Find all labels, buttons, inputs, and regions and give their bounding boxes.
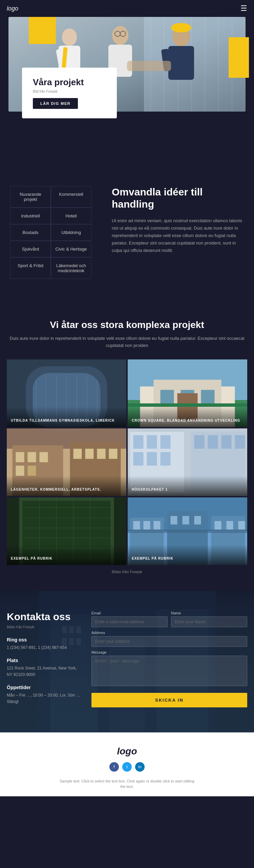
name-label: Name — [171, 611, 247, 615]
form-row-2: Address — [91, 631, 247, 647]
menu-icon[interactable]: ☰ — [240, 4, 247, 13]
svg-rect-50 — [28, 466, 36, 476]
header: logo ☰ — [0, 0, 254, 17]
svg-rect-52 — [85, 449, 94, 459]
projects-grid: UTBILDA TILLSAMMANS GYMNASIESKOLA, LIMER… — [7, 359, 247, 565]
phone-heading: Ring oss — [7, 637, 81, 642]
service-item-5[interactable]: Utbildning — [51, 224, 91, 241]
contact-section: Kontakta oss Bilder från Freepik Ring os… — [0, 591, 254, 732]
service-item-6[interactable]: Sjukvård — [10, 241, 51, 257]
svg-rect-96 — [128, 530, 247, 533]
svg-rect-90 — [171, 516, 177, 524]
freepik-credit: Bilder från Freepik — [7, 570, 247, 574]
services-section: Nuvarande projektKommersiellIndustriellH… — [0, 159, 254, 299]
svg-rect-94 — [227, 521, 233, 530]
hero-title: Våra projekt — [33, 77, 106, 88]
svg-rect-53 — [97, 449, 106, 459]
contact-address-block: Plats 121 Rock Sreet, 21 Avenue, New Yor… — [7, 658, 81, 678]
project-label: EXEMPEL PÅ RUBRIK — [7, 545, 126, 565]
project-label: LÄGENHETER, KOMMERSIELL, ARBETSPLATS. — [7, 476, 126, 496]
project-card-2[interactable]: LÄGENHETER, KOMMERSIELL, ARBETSPLATS. — [7, 428, 126, 496]
project-label: EXEMPEL PÅ RUBRIK — [128, 545, 247, 565]
project-label-text: EXEMPEL PÅ RUBRIK — [11, 557, 52, 560]
form-row-1: Email Name — [91, 611, 247, 627]
project-label-text: UTBILDA TILLSAMMANS GYMNASIESKOLA, LIMER… — [11, 419, 115, 422]
svg-rect-91 — [183, 516, 189, 524]
name-field-group: Name — [171, 611, 247, 627]
email-input[interactable] — [91, 616, 168, 627]
svg-rect-88 — [144, 521, 150, 530]
project-card-1[interactable]: CROWN SQUARE, BLANDAD ANVÄNDNING UTVECKL… — [128, 359, 247, 427]
service-item-7[interactable]: Civic & Heritage — [51, 241, 91, 257]
name-input[interactable] — [171, 616, 247, 627]
hours-text: Mån – Fre …, 10:00 – 20:00, Lor, Sön … S… — [7, 692, 81, 705]
svg-rect-95 — [238, 521, 245, 530]
submit-button[interactable]: SKICKA IN — [91, 693, 247, 707]
project-label-text: CROWN SQUARE, BLANDAD ANVÄNDNING UTVECKL… — [132, 419, 240, 422]
service-item-8[interactable]: Sport & Fritid — [10, 257, 51, 279]
svg-rect-51 — [73, 449, 82, 459]
hero-credit: Bild från Freepik — [33, 90, 106, 93]
message-field-group: Message — [91, 650, 247, 686]
service-item-0[interactable]: Nuvarande projekt — [10, 186, 51, 208]
service-item-1[interactable]: Kommersiell — [51, 186, 91, 208]
project-card-0[interactable]: UTBILDA TILLSAMMANS GYMNASIESKOLA, LIMER… — [7, 359, 126, 427]
hero-cta-button[interactable]: LÄR DIG MER — [33, 98, 78, 109]
contact-left: Kontakta oss Bilder från Freepik Ring os… — [7, 611, 81, 712]
hours-heading: Öppettider — [7, 685, 81, 690]
address-input[interactable] — [91, 636, 247, 647]
svg-rect-62 — [133, 452, 144, 466]
contact-phone-block: Ring oss 1 (234) 567-891, 1 (234) 987-65… — [7, 637, 81, 651]
project-card-4[interactable]: EXEMPEL PÅ RUBRIK — [7, 497, 126, 565]
project-label: CROWN SQUARE, BLANDAD ANVÄNDNING UTVECKL… — [128, 407, 247, 427]
svg-rect-46 — [16, 452, 24, 462]
project-card-3[interactable]: HÖGSKOLPAKET 1 — [128, 428, 247, 496]
project-card-5[interactable]: EXEMPEL PÅ RUBRIK — [128, 497, 247, 565]
form-row-3: Message — [91, 650, 247, 686]
svg-rect-59 — [133, 435, 144, 449]
svg-rect-66 — [208, 435, 218, 449]
facebook-icon[interactable]: f — [109, 762, 119, 772]
project-label: HÖGSKOLPAKET 1 — [128, 476, 247, 496]
footer-logo: logo — [7, 746, 247, 757]
phone-number: 1 (234) 567-891, 1 (234) 987-654 — [7, 644, 81, 651]
services-content: Omvandla idéer till handling Ut enim ad … — [105, 186, 244, 279]
yellow-accent-top — [29, 17, 56, 44]
email-label: Email — [91, 611, 168, 615]
svg-rect-20 — [168, 46, 194, 80]
projects-heading: Vi åtar oss stora komplexa projekt — [7, 320, 247, 330]
logo: logo — [7, 5, 18, 12]
address-label: Address — [91, 631, 247, 635]
svg-rect-48 — [40, 452, 48, 462]
svg-rect-64 — [161, 452, 171, 466]
projects-section: Vi åtar oss stora komplexa projekt Duis … — [0, 299, 254, 591]
hero-card: Våra projekt Bild från Freepik LÄR DIG M… — [22, 68, 117, 118]
svg-point-14 — [112, 26, 128, 45]
svg-rect-67 — [221, 435, 232, 449]
address-heading: Plats — [7, 658, 81, 663]
message-textarea[interactable] — [91, 656, 247, 686]
project-label-text: LÄGENHETER, KOMMERSIELL, ARBETSPLATS. — [11, 488, 101, 491]
project-label-text: HÖGSKOLPAKET 1 — [132, 488, 168, 491]
service-item-9[interactable]: Läkemedel och medicinteknik — [51, 257, 91, 279]
services-cta-button[interactable]: LÄR DIG MER — [112, 264, 162, 276]
footer-note: Sample text. Click to select the text bo… — [59, 778, 195, 790]
svg-point-19 — [171, 23, 191, 32]
contact-hours-block: Öppettider Mån – Fre …, 10:00 – 20:00, L… — [7, 685, 81, 705]
svg-rect-65 — [194, 435, 205, 449]
svg-point-10 — [62, 28, 77, 46]
svg-rect-41 — [128, 403, 247, 407]
service-item-4[interactable]: Bostads — [10, 224, 51, 241]
projects-subtitle: Duis aute irure dolor in reprehenderit i… — [7, 335, 247, 349]
svg-rect-61 — [161, 435, 171, 449]
social-icons: f t in — [7, 762, 247, 772]
services-grid: Nuvarande projektKommersiellIndustriellH… — [10, 186, 91, 279]
hero-image-container: Våra projekt Bild från Freepik LÄR DIG M… — [8, 17, 246, 112]
svg-rect-93 — [215, 521, 221, 530]
twitter-icon[interactable]: t — [122, 762, 132, 772]
contact-heading: Kontakta oss — [7, 611, 81, 623]
svg-rect-47 — [28, 452, 36, 462]
service-item-2[interactable]: Industriell — [10, 208, 51, 224]
service-item-3[interactable]: Hotell — [51, 208, 91, 224]
linkedin-icon[interactable]: in — [135, 762, 145, 772]
